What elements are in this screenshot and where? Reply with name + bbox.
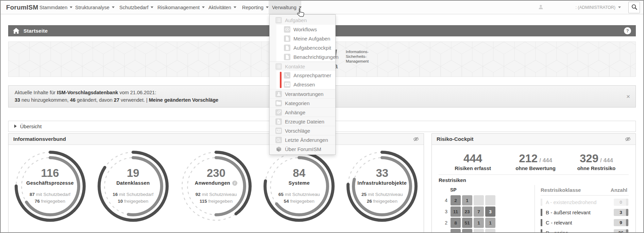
matrix-cell: [474, 229, 484, 233]
menu-item-label: Adressen: [293, 82, 315, 87]
risk-class-count-badge: 26: [614, 229, 628, 233]
username-redacted: [545, 5, 573, 10]
risk-stat-value: 212: [519, 152, 538, 165]
nav-item-label: Verwaltung: [272, 5, 296, 10]
info-icon[interactable]: i: [232, 181, 237, 186]
menu-item-label: Vorschläge: [285, 128, 310, 134]
matrix-cell: [474, 195, 484, 205]
red-indicator: [280, 72, 282, 88]
menu-item-anh-nge[interactable]: Anhänge: [270, 107, 335, 117]
menu-item-verantwortungen[interactable]: Verantwortungen: [270, 89, 335, 98]
nav-item-aktivit-ten[interactable]: Aktivitäten: [205, 1, 239, 14]
menu-item-label: Workflows: [293, 27, 317, 32]
menu-item-vorschl-ge[interactable]: Vorschläge: [270, 126, 335, 135]
matrix-cell: [462, 229, 472, 233]
menu-item-erzeugte-dateien[interactable]: Erzeugte Dateien: [270, 117, 335, 126]
menu-item-letzte-nderungen[interactable]: Letzte Änderungen: [270, 135, 335, 144]
gauge-center: 33 Infrastrukturobjekte 25 mit Schutzniv…: [345, 150, 419, 223]
matrix-cell: 7: [474, 206, 484, 217]
list-icon: [275, 17, 282, 23]
user-menu[interactable]: : (ADMINISTRATOR): [538, 1, 643, 14]
menu-item-label: Über ForumISM: [285, 146, 321, 152]
risk-class-count-badge: 3: [614, 209, 628, 216]
gauge-value: 84: [293, 167, 305, 179]
menu-item-label: Letzte Änderungen: [285, 137, 328, 143]
matrix-axis-label: SP: [450, 187, 535, 193]
risk-stat-risiken-erfasst: 444 Risiken erfasst: [439, 152, 507, 171]
risk-class-row-c: C - relevant 9: [541, 219, 629, 226]
nav-item-label: Stammdaten: [39, 5, 67, 10]
gauge-center: 116 Geschäftsprozesse 87 mit Schutzbedar…: [14, 150, 87, 223]
eye-slash-icon[interactable]: [413, 137, 419, 142]
home-icon[interactable]: [13, 28, 19, 34]
file-icon: [284, 54, 290, 60]
menu-item-ansprechpartner[interactable]: Ansprechpartner: [276, 71, 335, 80]
risk-class-count-badge: 9: [614, 219, 628, 226]
help-button[interactable]: ?: [624, 27, 631, 34]
menu-item-ber-forumism[interactable]: Über ForumISM: [270, 144, 335, 153]
user-role-label: : (ADMINISTRATOR): [575, 5, 615, 10]
menu-item-label: Kontakte: [285, 64, 305, 69]
chevron-down-icon: [299, 6, 302, 8]
file-icon: [284, 45, 290, 51]
user-icon: [275, 91, 282, 97]
matrix-cell: 2: [451, 195, 461, 205]
menu-item-meine-aufgaben[interactable]: Meine Aufgaben: [276, 34, 335, 43]
notice-text: Aktuelle Inhalte für: [15, 90, 57, 95]
notice-text: neu hinzugekommen,: [20, 97, 70, 103]
nav-item-schutzbedarf[interactable]: Schutzbedarf: [116, 1, 154, 14]
gauge-stats: 16 mit Schutzbedarf 10 freigegeben: [113, 191, 153, 205]
matrix-cell: 8: [451, 218, 461, 228]
gauge-anwendungen: 230 Anwendungeni 92 mit Schutzniveau 115…: [180, 150, 253, 223]
risk-class-row-a: A - existenzbedrohend 0: [541, 198, 629, 206]
ism-logo-caption: Informations- Sicherheits- Management: [346, 49, 369, 64]
informationsverbund-header: Informationsverbund: [9, 134, 424, 145]
menu-item-kategorien[interactable]: Kategorien: [270, 98, 335, 107]
main-menu: StammdatenStrukturanalyseSchutzbedarfRis…: [36, 1, 301, 14]
app-logo: ForumISM: [6, 4, 36, 11]
matrix-cell: [485, 195, 495, 205]
folder-icon: [275, 100, 282, 106]
informationsverbund-title: Informationsverbund: [13, 136, 66, 142]
notice-text: verwendet. |: [119, 97, 149, 103]
nav-item-reporting[interactable]: Reporting: [239, 1, 269, 14]
menu-item-label: Benachrichtigungen: [293, 54, 339, 60]
risiko-cockpit-header: Risiko-Cockpit: [432, 134, 635, 145]
collapsed-triangle-icon: [14, 124, 17, 128]
risk-stat-total: / 444: [600, 157, 613, 164]
top-nav: ForumISM StammdatenStrukturanalyseSchutz…: [1, 1, 643, 14]
matrix-cell: [451, 229, 461, 233]
menu-item-label: Aufgaben: [285, 17, 307, 23]
risk-matrix: SP 4 21 3 112373 2 85111 1: [439, 185, 535, 233]
divider: [439, 174, 629, 175]
close-icon[interactable]: ×: [626, 93, 630, 100]
menu-item-label: Aufgabencockpit: [293, 45, 331, 51]
changed-suggestions-link[interactable]: Meine geänderten Vorschläge: [149, 97, 218, 103]
search-icon: [631, 4, 637, 11]
list-icon: [275, 63, 282, 70]
nav-item-verwaltung[interactable]: Verwaltung: [269, 1, 301, 14]
menu-item-aufgabencockpit[interactable]: Aufgabencockpit: [276, 43, 335, 52]
risk-class-label: D - gering: [546, 230, 568, 233]
nav-item-risikomanagement[interactable]: Risikomanagement: [154, 1, 205, 14]
gauge-gesch-ftsprozesse: 116 Geschäftsprozesse 87 mit Schutzbedar…: [14, 150, 87, 223]
search-button[interactable]: [628, 2, 640, 13]
matrix-cell: 1: [485, 218, 495, 228]
row-marker: [541, 229, 542, 233]
gauge-label: Systeme: [288, 180, 309, 186]
nav-item-strukturanalyse[interactable]: Strukturanalyse: [72, 1, 116, 14]
matrix-row-label: 2: [439, 220, 447, 226]
gauge-stats: 87 mit Schutzbedarf 76 freigegeben: [30, 191, 70, 205]
risk-stats-row: 444 Risiken erfasst 212/ 444 ohne Bewert…: [439, 145, 629, 171]
menu-item-workflows[interactable]: Workflows: [276, 25, 335, 34]
gauge-stats: 25 mit Schutzniveau 26 freigegeben: [361, 191, 403, 205]
nav-item-label: Risikomanagement: [157, 5, 200, 10]
matrix-cell: 51: [462, 218, 472, 228]
menu-item-adressen[interactable]: Adressen: [276, 80, 335, 89]
gauge-value: 116: [41, 167, 59, 179]
nav-item-stammdaten[interactable]: Stammdaten: [36, 1, 72, 14]
gauge-center: 84 Systeme 65 mit Schutzniveau 54 freige…: [262, 150, 336, 223]
col-restrisikoklasse: Restrisikoklasse: [541, 187, 581, 193]
eye-slash-icon[interactable]: [625, 137, 631, 142]
menu-item-benachrichtigungen[interactable]: Benachrichtigungen: [276, 52, 335, 62]
